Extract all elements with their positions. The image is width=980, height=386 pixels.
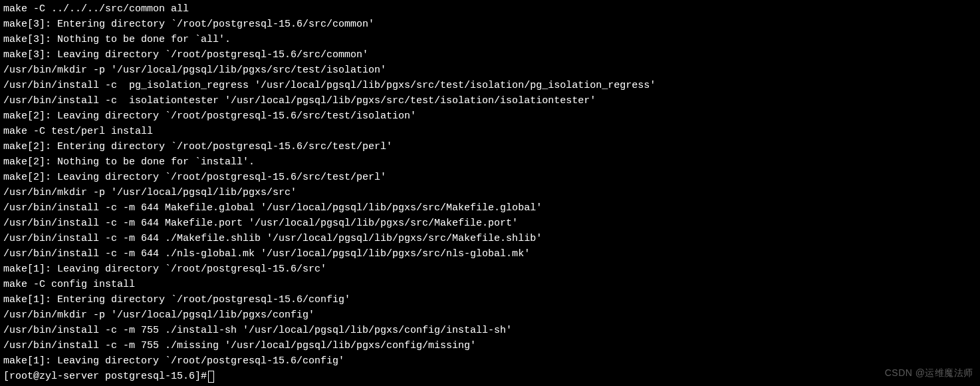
terminal-output-line: make[1]: Leaving directory `/root/postgr… [3,353,977,369]
terminal-output-line: make[2]: Leaving directory `/root/postgr… [3,170,977,185]
watermark-text: CSDN @运维魔法师 [885,365,973,381]
terminal-output-line: make -C ../../../src/common all [3,1,977,17]
terminal-output-line: make[3]: Nothing to be done for `all'. [3,32,977,47]
terminal-output-line: make[2]: Leaving directory `/root/postgr… [3,108,977,124]
terminal-cursor [208,371,214,383]
terminal-output-line: make -C config install [3,277,977,292]
terminal-output-line: /usr/bin/mkdir -p '/usr/local/pgsql/lib/… [3,63,977,78]
terminal-output-line: make -C test/perl install [3,124,977,139]
terminal-output-line: /usr/bin/install -c -m 755 ./install-sh … [3,323,977,338]
terminal-output-line: make[3]: Leaving directory `/root/postgr… [3,47,977,63]
terminal-output-line: /usr/bin/install -c -m 644 Makefile.port… [3,216,977,231]
terminal-output-line: /usr/bin/mkdir -p '/usr/local/pgsql/lib/… [3,185,977,200]
terminal-output-line: make[1]: Leaving directory `/root/postgr… [3,262,977,277]
terminal-output-line: /usr/bin/install -c -m 755 ./missing '/u… [3,338,977,353]
terminal-output-line: make[2]: Entering directory `/root/postg… [3,139,977,154]
terminal-output-line: /usr/bin/install -c -m 644 ./nls-global.… [3,246,977,262]
terminal-output-line: /usr/bin/mkdir -p '/usr/local/pgsql/lib/… [3,307,977,323]
terminal-output-line: make[3]: Entering directory `/root/postg… [3,17,977,32]
terminal-output-line: /usr/bin/install -c -m 644 ./Makefile.sh… [3,231,977,246]
terminal-output-line: make[2]: Nothing to be done for `install… [3,154,977,170]
terminal-output-line: make[1]: Entering directory `/root/postg… [3,292,977,307]
terminal-prompt-line[interactable]: [root@zyl-server postgresql-15.6]# [3,369,977,384]
terminal-output-line: /usr/bin/install -c isolationtester '/us… [3,93,977,108]
terminal-output-line: /usr/bin/install -c pg_isolation_regress… [3,78,977,93]
terminal-prompt: [root@zyl-server postgresql-15.6]# [3,369,207,384]
terminal-output-line: /usr/bin/install -c -m 644 Makefile.glob… [3,200,977,216]
